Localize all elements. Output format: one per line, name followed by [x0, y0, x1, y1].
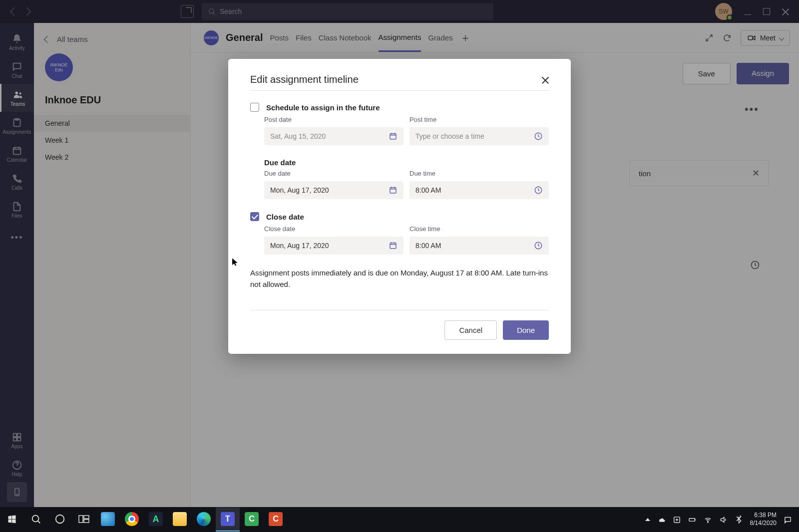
taskbar-teams[interactable]: T [216, 508, 240, 532]
taskbar-edge-legacy[interactable] [96, 508, 120, 532]
post-date-value: Sat, Aug 15, 2020 [270, 132, 326, 140]
close-date-value: Mon, Aug 17, 2020 [270, 242, 329, 250]
taskbar-snagit[interactable]: C [264, 508, 288, 532]
snagit-icon: C [269, 512, 283, 526]
volume-icon[interactable] [719, 516, 728, 524]
svg-rect-15 [390, 134, 396, 139]
close-date-checkbox[interactable] [250, 212, 259, 221]
clock-icon [534, 132, 543, 141]
svg-rect-26 [84, 520, 89, 523]
cortana-icon [54, 514, 65, 525]
dialog-title: Edit assignment timeline [250, 74, 359, 85]
system-tray: 6:38 PM 8/14/2020 [638, 512, 799, 527]
svg-rect-28 [689, 518, 695, 521]
update-icon[interactable] [673, 516, 681, 524]
done-button[interactable]: Done [503, 320, 549, 340]
post-date-input[interactable]: Sat, Aug 15, 2020 [264, 127, 403, 145]
close-time-value: 8:00 AM [415, 242, 441, 250]
taskbar: A T C C 6:38 PM 8/14/2020 [0, 507, 799, 532]
timeline-summary-text: Assignment posts immediately and is due … [250, 267, 549, 290]
close-time-input[interactable]: 8:00 AM [409, 237, 549, 255]
notification-icon[interactable] [784, 516, 792, 524]
svg-rect-30 [785, 517, 791, 522]
task-view-icon [78, 514, 90, 524]
svg-rect-17 [390, 188, 396, 193]
svg-rect-19 [390, 243, 396, 249]
close-date-checkbox-label: Close date [266, 213, 304, 221]
due-time-input[interactable]: 8:00 AM [409, 181, 549, 199]
tray-date: 8/14/2020 [750, 520, 777, 528]
modal-overlay: Edit assignment timeline Schedule to ass… [0, 0, 799, 532]
taskbar-edge[interactable] [192, 508, 216, 532]
calendar-icon [389, 132, 398, 141]
camtasia-icon: C [245, 512, 259, 526]
edge-icon [197, 512, 211, 526]
post-time-placeholder: Type or choose a time [415, 132, 484, 140]
due-time-label: Due time [409, 170, 549, 177]
svg-point-29 [707, 522, 708, 522]
search-icon [30, 514, 41, 525]
schedule-checkbox-label: Schedule to assign in the future [266, 103, 380, 112]
due-time-value: 8:00 AM [415, 186, 441, 194]
close-date-input[interactable]: Mon, Aug 17, 2020 [264, 237, 403, 255]
svg-rect-24 [79, 516, 83, 523]
calendar-icon [389, 241, 398, 250]
svg-point-23 [56, 515, 64, 524]
cancel-button[interactable]: Cancel [444, 320, 497, 340]
tray-time: 6:38 PM [750, 512, 777, 520]
schedule-checkbox[interactable] [250, 103, 259, 112]
cortana-button[interactable] [48, 508, 72, 532]
edit-timeline-dialog: Edit assignment timeline Schedule to ass… [228, 59, 571, 354]
close-date-label: Close date [264, 225, 403, 233]
calendar-icon [389, 186, 398, 195]
svg-rect-25 [84, 516, 89, 519]
due-section-heading: Due date [264, 158, 549, 167]
due-date-input[interactable]: Mon, Aug 17, 2020 [264, 181, 403, 199]
svg-point-21 [32, 516, 39, 522]
clock[interactable]: 6:38 PM 8/14/2020 [750, 512, 777, 527]
due-date-value: Mon, Aug 17, 2020 [270, 186, 329, 194]
chrome-icon [125, 512, 139, 526]
task-view-button[interactable] [72, 508, 96, 532]
post-time-input[interactable]: Type or choose a time [409, 127, 549, 145]
taskbar-camtasia[interactable]: C [240, 508, 264, 532]
battery-icon[interactable] [688, 516, 697, 524]
taskbar-explorer[interactable] [168, 508, 192, 532]
close-time-label: Close time [409, 225, 549, 233]
edge-legacy-icon [101, 512, 115, 526]
folder-icon [173, 512, 187, 526]
bluetooth-icon[interactable] [735, 516, 743, 524]
taskbar-app-a[interactable]: A [144, 508, 168, 532]
windows-icon [7, 514, 17, 524]
post-date-label: Post date [264, 116, 403, 123]
clock-icon [534, 241, 543, 250]
taskbar-search-button[interactable] [24, 508, 48, 532]
dialog-close-button[interactable] [542, 76, 549, 83]
post-time-label: Post time [409, 116, 549, 123]
taskbar-chrome[interactable] [120, 508, 144, 532]
start-button[interactable] [0, 508, 24, 532]
wifi-icon[interactable] [704, 516, 712, 524]
svg-line-22 [38, 521, 40, 524]
onedrive-icon[interactable] [657, 516, 666, 524]
due-date-label: Due date [264, 170, 403, 177]
app-a-icon: A [149, 512, 163, 526]
clock-icon [534, 186, 543, 195]
teams-app-icon: T [221, 512, 235, 526]
tray-expand-button[interactable] [645, 518, 650, 521]
